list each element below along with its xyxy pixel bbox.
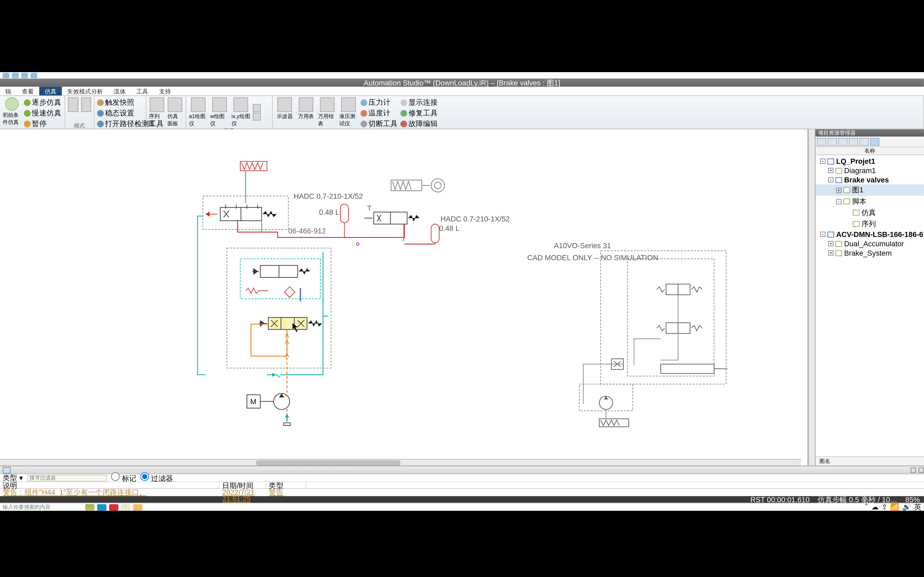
tree-twisty[interactable]: -: [820, 158, 825, 164]
faultedit-button[interactable]: 故障编辑: [401, 119, 438, 129]
qa-icon[interactable]: [21, 73, 28, 78]
tab-support[interactable]: 支持: [154, 87, 176, 95]
sim-panel-button[interactable]: 仿真面板: [167, 97, 183, 127]
repair-button[interactable]: 修复工具: [401, 108, 438, 118]
panel-view-btn[interactable]: [817, 138, 826, 146]
tree-label: LQ_Projet1: [836, 157, 875, 165]
panel-view-btn-active[interactable]: [870, 138, 879, 146]
measure-icon[interactable]: [253, 104, 261, 112]
panel-view-btn[interactable]: [827, 138, 837, 146]
mode-icon[interactable]: [68, 97, 78, 112]
cutter-button[interactable]: 切断工具: [360, 119, 397, 129]
tree-column-header[interactable]: 名称: [816, 147, 924, 155]
panel-close-button[interactable]: [919, 467, 924, 472]
menu-bar[interactable]: 辑 查看 仿真 失效模式分析 流体 工具 支持: [0, 87, 924, 96]
pressure-button[interactable]: 压力计: [360, 97, 397, 107]
log-search-input[interactable]: [27, 474, 107, 481]
radio-tag[interactable]: 标记: [111, 472, 137, 484]
log-col-msg[interactable]: 说明: [0, 482, 220, 488]
multimeter-button[interactable]: 万用表: [297, 97, 315, 129]
message-toolbar[interactable]: [0, 466, 924, 474]
log-col-type[interactable]: 类型: [266, 482, 306, 488]
thermo-button[interactable]: 温度计: [360, 108, 397, 118]
slow-sim-button[interactable]: 慢速仿真: [24, 108, 61, 118]
panel-view-btn[interactable]: [849, 138, 858, 146]
tree-item[interactable]: +Dual_Accumulator: [816, 239, 924, 248]
title-bar: Automation Studio™ (DownLoadLy.iR) – [Br…: [0, 79, 924, 87]
taskbar-app-icon[interactable]: [85, 504, 94, 511]
tree-item[interactable]: -ACV-DMN-LSB-166-186-6: [816, 230, 924, 239]
hyd-tester-button[interactable]: 液压测试仪: [339, 97, 358, 129]
qa-icon[interactable]: [31, 73, 37, 78]
radio-filter[interactable]: 过滤器: [141, 472, 173, 484]
tree-item[interactable]: -LQ_Projet1: [816, 156, 924, 166]
log-type: 警告: [266, 489, 306, 495]
tree-item[interactable]: 序列: [816, 218, 924, 229]
tray-net-icon[interactable]: 📶: [890, 503, 900, 511]
tree-item[interactable]: +Diagram1: [816, 166, 924, 175]
qa-icon[interactable]: [3, 73, 10, 78]
clampmeter-button[interactable]: 万用钳表: [318, 97, 337, 129]
tree-twisty[interactable]: -: [828, 177, 834, 182]
taskbar-explorer-icon[interactable]: [133, 504, 142, 511]
tree-item[interactable]: +Brake_System: [816, 248, 924, 258]
tree-twisty[interactable]: +: [836, 187, 842, 193]
tab-failure-mode[interactable]: 失效模式分析: [62, 87, 108, 95]
tray-cloud-icon[interactable]: ☁: [871, 503, 879, 511]
tree-twisty[interactable]: +: [828, 168, 834, 173]
taskbar-edge-icon[interactable]: [97, 504, 107, 511]
w-plotter-button[interactable]: w绘图仪: [210, 97, 229, 127]
tree-twisty[interactable]: -: [836, 199, 842, 204]
project-tree[interactable]: -LQ_Projet1+Diagram1-Brake valves+图1-脚本仿…: [816, 155, 924, 456]
tree-label: Diagram1: [844, 166, 876, 174]
tree-twisty[interactable]: -: [820, 232, 825, 237]
sequence-button[interactable]: 序列图: [149, 97, 165, 127]
panel-view-btn[interactable]: [859, 138, 869, 146]
mode-icon-2[interactable]: [81, 97, 91, 112]
panel-toolbar[interactable]: [816, 137, 924, 147]
qa-icon[interactable]: [12, 73, 19, 78]
tab-simulation[interactable]: 仿真: [39, 87, 62, 95]
tree-item[interactable]: -脚本: [816, 196, 924, 207]
tray-ime[interactable]: 英: [914, 502, 921, 512]
os-search-input[interactable]: [3, 504, 82, 511]
taskbar-app-icon[interactable]: [109, 504, 118, 511]
svg-text:T: T: [367, 204, 372, 212]
canvas[interactable]: HADC 0.7-210-1X/52 0.48 L T HADC 0.7-210…: [0, 129, 808, 466]
os-taskbar[interactable]: ˄ ☁ ⇪ 📶 🔊 英: [0, 503, 924, 511]
tab-view[interactable]: 查看: [16, 87, 39, 95]
tree-item[interactable]: -Brake valves: [816, 175, 924, 185]
vertical-scrollbar[interactable]: [808, 129, 815, 466]
tree-item[interactable]: 仿真: [816, 207, 924, 218]
measure-icon[interactable]: [253, 113, 261, 121]
showconn-button[interactable]: 显示连接: [401, 97, 438, 107]
a1-plotter-button[interactable]: a1绘图仪: [189, 97, 208, 127]
tray-vol-icon[interactable]: 🔊: [902, 503, 911, 511]
taskbar-app-icon[interactable]: [121, 504, 131, 511]
tree-item[interactable]: +图1: [816, 184, 924, 195]
tray-usb-icon[interactable]: ⇪: [882, 503, 887, 511]
panel-min-button[interactable]: [911, 467, 916, 472]
log-header-row[interactable]: 说明 日期/时间 类型: [0, 482, 924, 489]
log-col-dt[interactable]: 日期/时间: [220, 482, 266, 488]
message-panel: 类型 ▾ 标记 过滤器 说明 日期/时间 类型 警告：组件"H44_1"至少有一…: [0, 466, 924, 496]
initial-sim-button[interactable]: 初始条件仿真: [3, 97, 21, 129]
tree-label: ACV-DMN-LSB-166-186-6: [836, 230, 923, 238]
log-row[interactable]: 警告：组件"H44_1"至少有一个闭路连接口。 2022/7/21 21:51:…: [0, 489, 924, 495]
log-icon[interactable]: [3, 467, 11, 473]
xy-plotter-button[interactable]: ix,y绘图仪: [231, 97, 250, 127]
project-explorer: 项目资源管理器 名称 -LQ_Projet1+Diagram1-Brake va…: [815, 129, 924, 466]
step-sim-button[interactable]: 逐步仿真: [24, 97, 61, 107]
slow-icon: [24, 110, 31, 116]
tree-twisty[interactable]: +: [828, 241, 834, 246]
tab-tools[interactable]: 工具: [131, 87, 154, 95]
horizontal-scrollbar[interactable]: [0, 459, 801, 466]
system-tray[interactable]: ˄ ☁ ⇪ 📶 🔊 英: [865, 502, 921, 512]
panel-view-btn[interactable]: [838, 138, 848, 146]
pause-button[interactable]: 暂停: [24, 119, 61, 129]
tab-fluid[interactable]: 流体: [108, 87, 131, 95]
tree-twisty[interactable]: +: [828, 250, 834, 256]
tab-edit[interactable]: 辑: [0, 87, 16, 95]
tray-chevron-icon[interactable]: ˄: [865, 503, 869, 511]
oscilloscope-button[interactable]: 示波器: [275, 97, 294, 129]
